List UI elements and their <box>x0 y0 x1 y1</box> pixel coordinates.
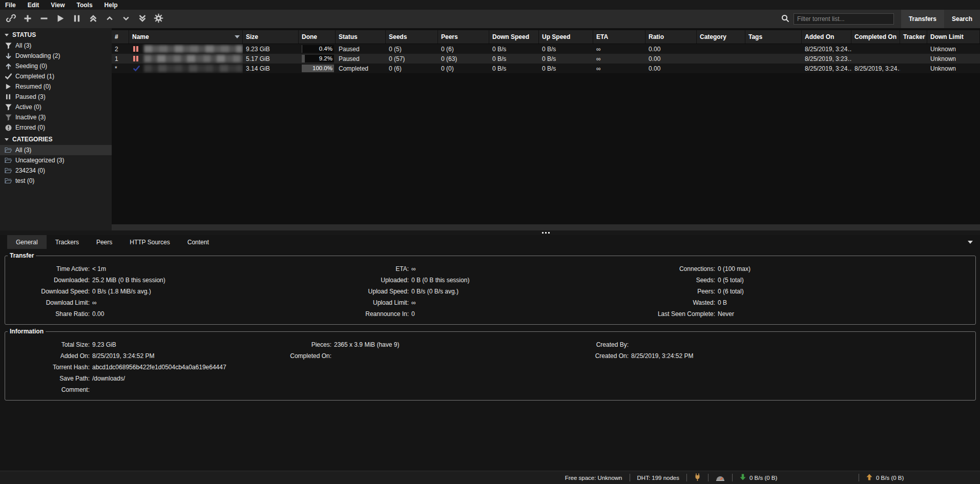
column-header-ratio[interactable]: Ratio <box>645 30 697 44</box>
column-header-done[interactable]: Done <box>299 30 336 44</box>
torrent-filter-input[interactable] <box>794 13 894 25</box>
column-header-peers[interactable]: Peers <box>438 30 489 44</box>
column-header-up-speed[interactable]: Up Speed <box>539 30 593 44</box>
horizontal-scrollbar[interactable] <box>112 224 980 230</box>
sidebar-item-label: All (3) <box>15 42 31 49</box>
sidebar-item-uncategorized-3-[interactable]: Uncategorized (3) <box>0 155 112 165</box>
sidebar-section-header-categories[interactable]: CATEGORIES <box>0 133 112 145</box>
menu-view[interactable]: View <box>51 2 65 9</box>
field-row: Download Speed:0 B/s (1.8 MiB/s avg.) <box>5 286 312 297</box>
tab-peers[interactable]: Peers <box>88 235 121 249</box>
torrent-row[interactable]: 29.23 GiB0.4%Paused0 (5)0 (6)0 B/s0 B/s∞… <box>112 44 980 54</box>
column-header-down-speed[interactable]: Down Speed <box>489 30 539 44</box>
tab-http-sources[interactable]: HTTP Sources <box>121 235 178 249</box>
menu-edit[interactable]: Edit <box>28 2 39 9</box>
sidebar-item-downloading-2-[interactable]: Downloading (2) <box>0 51 112 61</box>
speed-limits-toggle[interactable] <box>708 474 732 482</box>
column-header-completed-on[interactable]: Completed On <box>851 30 900 44</box>
sidebar-item-label: Paused (3) <box>15 93 46 100</box>
menu-file[interactable]: File <box>5 2 16 9</box>
cell-down_limit: Unknown <box>927 54 980 64</box>
cell-up_speed: 0 B/s <box>539 54 593 64</box>
sidebar-item-all-3-[interactable]: All (3) <box>0 145 112 155</box>
sidebar-item-label: Active (0) <box>15 103 41 111</box>
field-row: Wasted:0 B <box>630 297 975 308</box>
torrent-row[interactable]: 15.17 GiB9.2%Paused0 (57)0 (63)0 B/s0 B/… <box>112 54 980 64</box>
column-header-label: Down Speed <box>492 33 529 40</box>
chevron-double-down-icon <box>138 14 147 25</box>
column-header-eta[interactable]: ETA <box>593 30 645 44</box>
chevron-up-icon <box>106 14 114 24</box>
chevron-down-icon[interactable] <box>968 241 973 244</box>
column-header-size[interactable]: Size <box>243 30 299 44</box>
field-label: Torrent Hash: <box>5 362 90 373</box>
toolbar-bottom-priority-button[interactable] <box>135 12 149 26</box>
column-header-category[interactable]: Category <box>697 30 745 44</box>
column-header-status[interactable]: Status <box>336 30 386 44</box>
check-icon <box>133 66 141 72</box>
toolbar-add-torrent-file-button[interactable] <box>20 12 34 26</box>
view-tab-transfers[interactable]: Transfers <box>901 10 944 28</box>
sidebar-item-paused-3-[interactable]: Paused (3) <box>0 92 112 102</box>
field-row: Created On:8/25/2019, 3:24:52 PM <box>587 350 975 362</box>
sidebar-item-completed-1-[interactable]: Completed (1) <box>0 71 112 81</box>
sidebar-section-header-status[interactable]: STATUS <box>0 28 112 40</box>
toolbar-options-button[interactable] <box>152 12 165 26</box>
view-tab-label: Transfers <box>909 15 936 23</box>
column-header-added-on[interactable]: Added On <box>802 30 851 44</box>
toolbar-top-priority-button[interactable] <box>86 12 100 26</box>
sidebar-item-active-0-[interactable]: Active (0) <box>0 102 112 112</box>
column-header-label: Category <box>700 33 726 40</box>
transfer-grid: Time Active:< 1mDownloaded:25.2 MiB (0 B… <box>5 263 975 320</box>
toolbar-decrease-priority-button[interactable] <box>119 12 133 26</box>
view-tab-search[interactable]: Search <box>944 10 980 28</box>
upload-speed-label: 0 B/s (0 B) <box>876 475 904 481</box>
column-header-name[interactable]: Name <box>129 30 243 44</box>
cell-value: 0 B/s <box>492 55 506 62</box>
column-header--[interactable]: # <box>112 30 129 44</box>
sidebar-item-234234-0-[interactable]: 234234 (0) <box>0 165 112 176</box>
check-icon <box>5 73 12 80</box>
progress-bar: 0.4% <box>302 45 334 53</box>
cell-value: 2 <box>115 46 118 53</box>
toolbar-delete-torrent-button[interactable] <box>37 12 51 26</box>
field-row: Time Active:< 1m <box>5 263 312 275</box>
menu-tools[interactable]: Tools <box>76 2 92 9</box>
field-label: Peers: <box>630 286 715 297</box>
field-row: Download Limit:∞ <box>5 297 312 308</box>
toolbar-increase-priority-button[interactable] <box>102 12 116 26</box>
column-header-seeds[interactable]: Seeds <box>386 30 438 44</box>
cell-value: 0.00 <box>649 65 660 72</box>
sidebar-item-all-3-[interactable]: All (3) <box>0 40 112 51</box>
column-header-tags[interactable]: Tags <box>745 30 802 44</box>
toolbar-pause-button[interactable] <box>70 12 84 26</box>
sidebar-item-test-0-[interactable]: test (0) <box>0 176 112 186</box>
sidebar-item-resumed-0-[interactable]: Resumed (0) <box>0 81 112 92</box>
cell-num: 1 <box>112 54 129 64</box>
tab-general[interactable]: General <box>7 235 47 249</box>
connection-status[interactable] <box>687 473 708 482</box>
toolbar-resume-button[interactable] <box>53 12 67 26</box>
sidebar-item-seeding-0-[interactable]: Seeding (0) <box>0 61 112 71</box>
sidebar-item-errored-0-[interactable]: Errored (0) <box>0 122 112 133</box>
cell-down_limit: Unknown <box>927 64 980 73</box>
tab-trackers[interactable]: Trackers <box>47 235 88 249</box>
toolbar-add-torrent-link-button[interactable] <box>4 12 18 26</box>
column-header-tracker[interactable]: Tracker <box>900 30 927 44</box>
folder-icon <box>5 147 12 153</box>
menu-help[interactable]: Help <box>105 2 118 9</box>
field-value: 0 B/s (1.8 MiB/s avg.) <box>92 286 151 297</box>
field-value: 0 (100 max) <box>718 263 750 275</box>
filter-icon <box>5 104 12 111</box>
column-header-down-limit[interactable]: Down Limit <box>927 30 980 44</box>
cell-completed_on: 8/25/2019, 3:24… <box>851 64 900 73</box>
torrent-row[interactable]: *3.14 GiB100.0%Completed0 (6)0 (0)0 B/s0… <box>112 64 980 73</box>
field-value: 25.2 MiB (0 B this session) <box>92 275 165 286</box>
cell-value: 9.23 GiB <box>246 46 270 53</box>
field-value: ∞ <box>411 297 416 308</box>
tab-content[interactable]: Content <box>179 235 218 249</box>
cell-value: 0.00 <box>649 46 660 53</box>
panel-splitter[interactable] <box>0 230 980 235</box>
splitter-handle-icon[interactable] <box>112 232 980 234</box>
sidebar-item-inactive-3-[interactable]: Inactive (3) <box>0 112 112 122</box>
